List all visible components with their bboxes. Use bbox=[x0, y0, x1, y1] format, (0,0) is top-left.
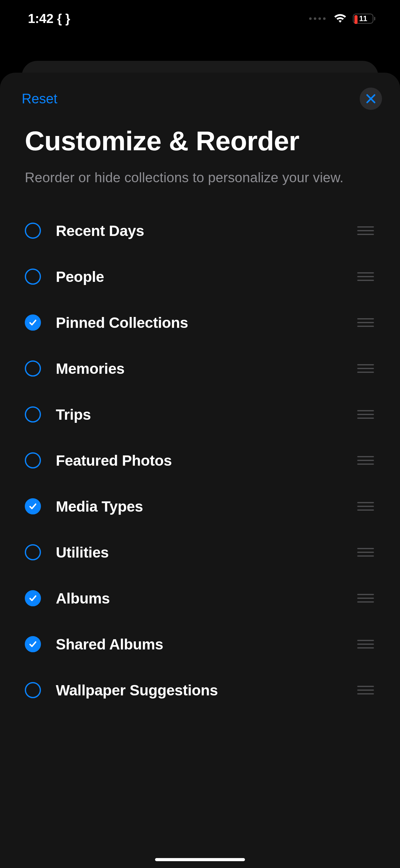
list-item-label: Utilities bbox=[56, 544, 342, 561]
list-item[interactable]: Utilities bbox=[25, 529, 375, 575]
drag-handle-icon[interactable] bbox=[357, 272, 375, 281]
list-item[interactable]: Albums bbox=[25, 575, 375, 621]
drag-handle-icon[interactable] bbox=[357, 364, 375, 373]
drag-handle-icon[interactable] bbox=[357, 640, 375, 649]
visibility-checkbox[interactable] bbox=[25, 682, 41, 698]
drag-handle-icon[interactable] bbox=[357, 318, 375, 327]
reset-button[interactable]: Reset bbox=[22, 91, 57, 106]
visibility-checkbox[interactable] bbox=[25, 406, 41, 423]
home-indicator[interactable] bbox=[155, 858, 245, 861]
list-item[interactable]: Shared Albums bbox=[25, 621, 375, 667]
list-item-label: Trips bbox=[56, 406, 342, 423]
visibility-checkbox[interactable] bbox=[25, 452, 41, 468]
drag-handle-icon[interactable] bbox=[357, 594, 375, 602]
list-item[interactable]: Trips bbox=[25, 392, 375, 437]
list-item-label: Albums bbox=[56, 590, 342, 607]
list-item[interactable]: Wallpaper Suggestions bbox=[25, 667, 375, 713]
visibility-checkbox[interactable] bbox=[25, 498, 41, 515]
list-item-label: Recent Days bbox=[56, 222, 342, 239]
page-subtitle: Reorder or hide collections to personali… bbox=[0, 157, 400, 187]
drag-handle-icon[interactable] bbox=[357, 548, 375, 557]
list-item-label: Featured Photos bbox=[56, 452, 342, 469]
drag-handle-icon[interactable] bbox=[357, 410, 375, 419]
list-item[interactable]: Media Types bbox=[25, 483, 375, 529]
page-title: Customize & Reorder bbox=[0, 110, 400, 157]
list-item[interactable]: Memories bbox=[25, 345, 375, 392]
battery-indicator: 11 bbox=[353, 14, 375, 24]
list-item-label: Pinned Collections bbox=[56, 314, 342, 331]
sheet-header: Reset bbox=[0, 88, 400, 110]
list-item-label: Memories bbox=[56, 360, 342, 377]
list-item[interactable]: Featured Photos bbox=[25, 437, 375, 483]
dev-indicator-icon: { } bbox=[57, 12, 70, 26]
visibility-checkbox[interactable] bbox=[25, 314, 41, 331]
list-item-label: Media Types bbox=[56, 498, 342, 515]
visibility-checkbox[interactable] bbox=[25, 269, 41, 285]
visibility-checkbox[interactable] bbox=[25, 636, 41, 652]
status-left: 1:42 { } bbox=[28, 11, 70, 26]
visibility-checkbox[interactable] bbox=[25, 361, 41, 377]
visibility-checkbox[interactable] bbox=[25, 223, 41, 239]
list-item[interactable]: Recent Days bbox=[25, 208, 375, 254]
drag-handle-icon[interactable] bbox=[357, 226, 375, 235]
list-item[interactable]: Pinned Collections bbox=[25, 300, 375, 345]
cellular-dots-icon bbox=[309, 18, 326, 20]
status-time: 1:42 bbox=[28, 11, 53, 26]
customize-reorder-sheet: Reset Customize & Reorder Reorder or hid… bbox=[0, 73, 400, 868]
list-item-label: People bbox=[56, 268, 342, 285]
drag-handle-icon[interactable] bbox=[357, 686, 375, 694]
list-item-label: Shared Albums bbox=[56, 636, 342, 653]
drag-handle-icon[interactable] bbox=[357, 502, 375, 511]
visibility-checkbox[interactable] bbox=[25, 544, 41, 560]
close-button[interactable] bbox=[360, 88, 382, 110]
visibility-checkbox[interactable] bbox=[25, 590, 41, 606]
battery-percentage: 11 bbox=[355, 14, 372, 23]
status-right: 11 bbox=[309, 13, 375, 24]
wifi-icon bbox=[333, 13, 347, 24]
list-item-label: Wallpaper Suggestions bbox=[56, 682, 342, 699]
drag-handle-icon[interactable] bbox=[357, 456, 375, 465]
list-item[interactable]: People bbox=[25, 254, 375, 300]
collections-list: Recent DaysPeoplePinned CollectionsMemor… bbox=[0, 187, 400, 713]
status-bar: 1:42 { } 11 bbox=[0, 0, 400, 37]
close-icon bbox=[366, 93, 376, 104]
